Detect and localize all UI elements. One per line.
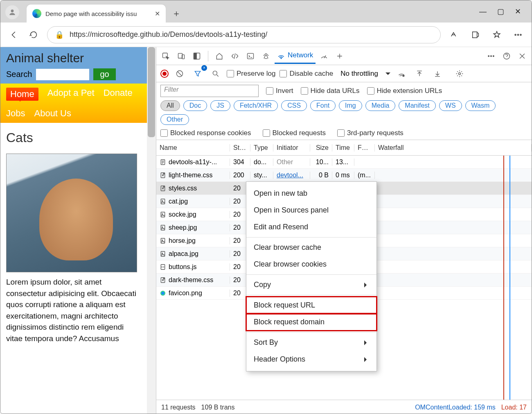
minimize-button[interactable]: — [479, 7, 487, 16]
col-time[interactable]: Time [332, 144, 354, 152]
console-icon[interactable] [243, 49, 257, 63]
network-table-header[interactable]: Name Sta... Type Initiator Size Time Ful… [156, 140, 532, 156]
elements-icon[interactable] [228, 49, 242, 63]
filter-pill-ws[interactable]: WS [439, 100, 462, 111]
filter-pill-wasm[interactable]: Wasm [465, 100, 496, 111]
filter-pill-js[interactable]: JS [210, 100, 230, 111]
new-tab-button[interactable]: ＋ [168, 5, 185, 22]
nav-home[interactable]: Home [6, 88, 38, 101]
more-tabs-button[interactable] [333, 49, 347, 63]
context-menu-item[interactable]: Block request URL [246, 297, 376, 314]
favorite-button[interactable] [491, 29, 503, 41]
context-menu-item[interactable]: Clear browser cache [246, 239, 376, 256]
nav-jobs[interactable]: Jobs [6, 108, 25, 119]
network-toolbar: × Preserve log Disable cache No throttli… [156, 65, 532, 82]
filter-pill-css[interactable]: CSS [281, 100, 307, 111]
filter-pill-manifest[interactable]: Manifest [399, 100, 435, 111]
col-fulfilled[interactable]: Ful... [354, 144, 375, 152]
network-conditions-icon[interactable] [394, 67, 408, 81]
blocked-response-cookies-checkbox[interactable]: Blocked response cookies [160, 129, 251, 137]
context-menu-item[interactable]: Edit and Resend [246, 219, 376, 235]
col-status[interactable]: Sta... [230, 144, 250, 152]
hide-extension-urls-checkbox[interactable]: Hide extension URLs [367, 87, 442, 95]
invert-checkbox[interactable]: Invert [266, 87, 293, 95]
network-row[interactable]: light-theme.css200sty...devtool...0 B0 m… [156, 169, 532, 182]
svg-point-26 [162, 213, 163, 214]
svg-point-19 [458, 72, 460, 75]
context-menu-item[interactable]: Sort By [246, 334, 376, 351]
filter-pill-other[interactable]: Other [160, 114, 189, 125]
network-tab[interactable]: Network [275, 48, 316, 64]
dock-icon[interactable] [190, 49, 204, 63]
tab-close-button[interactable]: ✕ [155, 10, 160, 18]
back-button[interactable] [8, 29, 20, 41]
import-har-icon[interactable] [413, 67, 426, 81]
performance-icon[interactable] [317, 49, 331, 63]
context-menu-item[interactable]: Open in new tab [246, 185, 376, 202]
col-waterfall[interactable]: Waterfall [375, 144, 532, 152]
settings-icon[interactable] [453, 67, 467, 81]
filter-pill-font[interactable]: Font [310, 100, 336, 111]
context-menu-item[interactable]: Open in Sources panel [246, 202, 376, 219]
record-button[interactable] [160, 70, 169, 78]
filter-input[interactable]: Filter [160, 85, 259, 97]
welcome-icon[interactable] [212, 49, 226, 63]
throttling-dropdown[interactable]: No throttling [337, 68, 381, 79]
context-menu-item[interactable]: Header Options [246, 351, 376, 368]
nav-adopt[interactable]: Adopt a Pet [47, 88, 95, 101]
refresh-button[interactable] [27, 29, 40, 41]
immersive-reader-button[interactable] [469, 29, 482, 41]
hide-data-urls-checkbox[interactable]: Hide data URLs [301, 87, 360, 95]
maximize-button[interactable]: ▢ [497, 7, 504, 16]
device-icon[interactable] [174, 49, 188, 63]
devtools-close-button[interactable] [515, 49, 529, 63]
devtools-tab-strip: Network [156, 47, 532, 65]
filter-toggle-button[interactable]: × [191, 67, 205, 81]
network-row[interactable]: devtools-a11y-...304do...Other10...13... [156, 156, 532, 169]
site-title: Animal shelter [6, 51, 141, 65]
filter-pill-img[interactable]: Img [339, 100, 362, 111]
context-menu-item[interactable]: Clear browser cookies [246, 256, 376, 273]
context-menu-item[interactable]: Copy [246, 276, 376, 293]
col-name[interactable]: Name [156, 144, 230, 152]
throttling-caret-icon[interactable] [385, 72, 390, 77]
filter-pill-media[interactable]: Media [365, 100, 396, 111]
col-size[interactable]: Size [310, 144, 332, 152]
svg-point-11 [281, 58, 282, 59]
help-icon[interactable] [500, 49, 514, 63]
read-aloud-button[interactable] [448, 29, 460, 41]
disable-cache-checkbox[interactable]: Disable cache [280, 70, 333, 78]
search-label: Search [6, 70, 32, 79]
status-dcl: OMContentLoaded: 159 ms [415, 404, 496, 411]
clear-button[interactable] [173, 67, 187, 81]
page-scrollbar[interactable] [147, 47, 156, 414]
devtools-more-icon[interactable] [484, 49, 498, 63]
svg-point-30 [162, 240, 163, 240]
col-type[interactable]: Type [250, 144, 273, 152]
context-menu: Open in new tabOpen in Sources panelEdit… [246, 181, 377, 371]
third-party-requests-checkbox[interactable]: 3rd-party requests [337, 129, 404, 137]
context-menu-item[interactable]: Block request domain [246, 314, 376, 330]
inspect-icon[interactable] [159, 49, 173, 63]
address-bar[interactable]: 🔒 https://microsoftedge.github.io/Demos/… [47, 26, 441, 43]
sources-icon[interactable] [259, 49, 273, 63]
search-button[interactable] [209, 67, 223, 81]
svg-rect-9 [248, 53, 254, 59]
more-button[interactable] [512, 29, 524, 41]
col-initiator[interactable]: Initiator [273, 144, 310, 152]
blocked-requests-checkbox[interactable]: Blocked requests [263, 129, 326, 137]
go-button[interactable]: go [93, 68, 115, 80]
nav-about[interactable]: About Us [34, 108, 71, 119]
browser-tab[interactable]: Demo page with accessibility issu ✕ [27, 5, 166, 23]
filter-pill-all[interactable]: All [160, 100, 180, 111]
search-input[interactable] [36, 69, 89, 80]
export-har-icon[interactable] [431, 67, 444, 81]
filter-pill-doc[interactable]: Doc [183, 100, 207, 111]
preserve-log-checkbox[interactable]: Preserve log [227, 70, 275, 78]
nav-donate[interactable]: Donate [104, 88, 133, 101]
close-window-button[interactable]: ✕ [515, 7, 521, 16]
profile-button[interactable] [5, 5, 19, 19]
svg-point-24 [162, 200, 163, 201]
filter-pill-fetchxhr[interactable]: Fetch/XHR [234, 100, 278, 111]
lorem-text: Lorem ipsum dolor, sit amet consectetur … [0, 276, 147, 344]
